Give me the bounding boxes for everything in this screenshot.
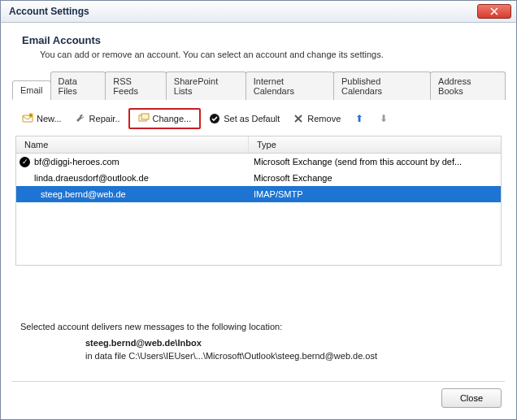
close-button[interactable]: Close [441,388,502,408]
account-type: Microsoft Exchange [249,171,501,184]
close-icon [489,6,500,17]
account-name: bf@diggi-heroes.com [34,157,119,167]
move-down-button[interactable]: ⬇ [373,110,394,127]
new-label: New... [37,114,62,123]
change-button[interactable]: Change... [128,108,202,129]
tab-sharepoint-lists[interactable]: SharePoint Lists [166,71,246,100]
col-name[interactable]: Name [16,136,249,153]
footer: Close [441,388,502,408]
footer-divider [12,381,505,382]
repair-icon [75,113,86,124]
default-account-icon [20,157,30,167]
change-icon [138,113,150,124]
new-button[interactable]: New... [17,110,67,127]
move-up-button[interactable]: ⬆ [349,110,370,127]
table-row[interactable]: steeg.bernd@web.de IMAP/SMTP [16,186,501,202]
change-label: Change... [153,114,192,123]
accounts-table: Name Type bf@diggi-heroes.com Microsoft … [15,136,502,266]
toolbar: New... Repair.. Change... Set as Default… [12,100,505,136]
page-desc: You can add or remove an account. You ca… [40,50,505,59]
titlebar: Account Settings [0,0,517,23]
set-default-button[interactable]: Set as Default [204,110,285,127]
tabstrip: Email Data Files RSS Feeds SharePoint Li… [12,71,505,100]
table-row[interactable]: linda.draeusdorf@outlook.de Microsoft Ex… [16,170,501,186]
delivery-section: Selected account delivers new messages t… [20,322,497,361]
svg-rect-3 [141,114,149,119]
tab-rss-feeds[interactable]: RSS Feeds [105,71,166,100]
tab-address-books[interactable]: Address Books [430,71,506,100]
repair-button[interactable]: Repair.. [70,110,125,127]
remove-icon [293,113,304,124]
table-body: bf@diggi-heroes.com Microsoft Exchange (… [16,154,501,202]
remove-label: Remove [307,114,341,123]
tab-email[interactable]: Email [12,80,51,100]
check-circle-icon [209,113,220,124]
account-type: IMAP/SMTP [249,188,501,201]
tab-published-calendars[interactable]: Published Calendars [333,71,431,100]
window-close-button[interactable] [477,4,511,19]
window-body: Email Accounts You can add or remove an … [0,23,517,420]
table-header: Name Type [16,136,501,154]
repair-label: Repair.. [89,114,120,123]
delivery-folder: steeg.bernd@web.de\Inbox [85,338,497,348]
set-default-label: Set as Default [224,114,280,123]
tab-internet-calendars[interactable]: Internet Calendars [245,71,334,100]
account-name: linda.draeusdorf@outlook.de [34,173,149,183]
delivery-intro: Selected account delivers new messages t… [20,322,497,331]
delivery-path: in data file C:\Users\IEUser\...\Microso… [85,351,377,361]
col-type[interactable]: Type [249,136,501,153]
account-name: steeg.bernd@web.de [41,189,126,199]
page-title: Email Accounts [22,34,505,46]
arrow-up-icon: ⬆ [354,113,365,124]
table-row[interactable]: bf@diggi-heroes.com Microsoft Exchange (… [16,154,501,170]
remove-button[interactable]: Remove [288,110,345,127]
arrow-down-icon: ⬇ [378,113,389,124]
tab-data-files[interactable]: Data Files [50,71,106,100]
window-title: Account Settings [9,6,477,17]
account-type: Microsoft Exchange (send from this accou… [249,155,501,168]
new-icon [22,113,33,124]
